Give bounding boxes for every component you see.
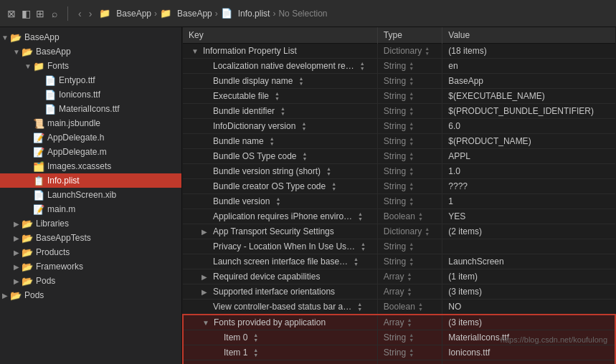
- table-row[interactable]: Supported interface orientationsArray▲▼(…: [183, 284, 615, 300]
- row-stepper[interactable]: ▲▼: [361, 241, 366, 252]
- table-row[interactable]: Localization native development re…▲▼Str…: [183, 59, 615, 74]
- type-stepper[interactable]: ▲▼: [418, 211, 423, 221]
- sidebar-item-s-appdelegate-h[interactable]: 📝AppDelegate.h: [0, 130, 181, 145]
- type-stepper[interactable]: ▲▼: [407, 317, 412, 327]
- type-stepper[interactable]: ▲▼: [409, 136, 414, 146]
- row-stepper[interactable]: ▲▼: [253, 348, 258, 358]
- table-row[interactable]: Privacy - Location When In Use Us…▲▼Stri…: [183, 239, 615, 254]
- tree-arrow[interactable]: [11, 48, 22, 56]
- sidebar-item-s-frameworks[interactable]: 📂Frameworks: [0, 259, 181, 274]
- sidebar-item-s-pods[interactable]: 📂Pods: [0, 274, 181, 288]
- tree-arrow[interactable]: [0, 34, 10, 42]
- tree-arrow[interactable]: [11, 277, 22, 285]
- tree-arrow[interactable]: [11, 263, 22, 271]
- table-row[interactable]: Launch screen interface file base…▲▼Stri…: [183, 254, 615, 269]
- table-row[interactable]: Bundle version▲▼String▲▼1: [183, 194, 615, 209]
- sidebar-item-s-baseapp2[interactable]: 📂BaseApp: [0, 44, 181, 59]
- row-expand-arrow[interactable]: [202, 319, 211, 327]
- tree-arrow[interactable]: [11, 249, 22, 257]
- type-stepper[interactable]: ▲▼: [418, 302, 423, 312]
- breadcrumb-baseapp1[interactable]: BaseApp: [116, 9, 151, 19]
- table-row[interactable]: Application requires iPhone enviro…▲▼Boo…: [183, 209, 615, 224]
- tree-arrow[interactable]: [23, 62, 33, 70]
- type-stepper[interactable]: ▲▼: [425, 46, 430, 56]
- row-stepper[interactable]: ▲▼: [253, 332, 258, 343]
- row-stepper[interactable]: ▲▼: [275, 91, 280, 101]
- table-row[interactable]: View controller-based status bar a…▲▼Boo…: [183, 300, 615, 315]
- window-close-icon[interactable]: ⊠: [6, 8, 17, 19]
- breadcrumb-infoplist[interactable]: Info.plist: [238, 9, 270, 19]
- sidebar-item-s-launchscreen[interactable]: 📄LaunchScreen.xib: [0, 188, 181, 202]
- type-stepper[interactable]: ▲▼: [409, 166, 414, 176]
- layout-icon[interactable]: ⊞: [34, 8, 46, 19]
- sidebar-item-s-fonts[interactable]: 📁Fonts: [0, 59, 181, 73]
- type-stepper[interactable]: ▲▼: [409, 257, 414, 267]
- sidebar-item-s-images[interactable]: 🗂️Images.xcassets: [0, 159, 181, 173]
- sidebar-item-s-pods2[interactable]: 📂Pods: [0, 288, 181, 302]
- type-stepper[interactable]: ▲▼: [409, 196, 414, 206]
- table-row[interactable]: Bundle creator OS Type code▲▼String▲▼???…: [183, 179, 615, 194]
- breadcrumb-item[interactable]: 📄 Info.plist: [221, 8, 270, 19]
- type-stepper[interactable]: ▲▼: [407, 272, 412, 282]
- type-stepper[interactable]: ▲▼: [409, 76, 414, 86]
- breadcrumb-item[interactable]: 📁 BaseApp: [160, 8, 212, 19]
- nav-forward-button[interactable]: ›: [86, 6, 95, 21]
- sidebar-item-s-baseapptests[interactable]: 📂BaseAppTests: [0, 231, 181, 245]
- sidebar-item-s-libraries[interactable]: 📂Libraries: [0, 216, 181, 231]
- row-stepper[interactable]: ▲▼: [275, 196, 280, 206]
- row-expand-arrow[interactable]: [191, 47, 200, 55]
- type-stepper[interactable]: ▲▼: [409, 121, 414, 131]
- project-icon[interactable]: ◧: [20, 8, 32, 19]
- row-stepper[interactable]: ▲▼: [298, 76, 303, 86]
- table-row[interactable]: Bundle OS Type code▲▼String▲▼APPL: [183, 149, 615, 164]
- row-expand-arrow[interactable]: [202, 273, 210, 281]
- table-row[interactable]: Item 2▲▼String▲▼Entypo.ttf: [183, 360, 615, 365]
- sidebar-item-s-main-jsbundle[interactable]: 📜main.jsbundle: [0, 116, 181, 130]
- type-stepper[interactable]: ▲▼: [409, 151, 414, 161]
- tree-arrow[interactable]: [11, 220, 22, 228]
- table-row[interactable]: Fonts provided by applicationArray▲▼(3 i…: [183, 315, 615, 330]
- row-stepper[interactable]: ▲▼: [301, 121, 306, 131]
- plist-table[interactable]: Key Type Value Information Property List…: [182, 27, 616, 364]
- table-row[interactable]: Bundle identifier▲▼String▲▼$(PRODUCT_BUN…: [183, 104, 615, 119]
- breadcrumb-baseapp2[interactable]: BaseApp: [177, 9, 212, 19]
- sidebar-item-s-baseapp[interactable]: 📂BaseApp: [0, 30, 181, 44]
- row-stepper[interactable]: ▲▼: [358, 211, 363, 221]
- row-stepper[interactable]: ▲▼: [326, 166, 331, 176]
- sidebar-item-s-infoplist[interactable]: 📋Info.plist: [0, 173, 181, 188]
- nav-back-button[interactable]: ‹: [75, 6, 85, 21]
- type-stepper[interactable]: ▲▼: [409, 332, 414, 343]
- table-row[interactable]: InfoDictionary version▲▼String▲▼6.0: [183, 119, 615, 134]
- row-stepper[interactable]: ▲▼: [360, 61, 365, 71]
- type-stepper[interactable]: ▲▼: [409, 241, 414, 252]
- row-stepper[interactable]: ▲▼: [354, 257, 359, 267]
- sidebar-item-s-materialicons[interactable]: 📄MaterialIcons.ttf: [0, 102, 181, 116]
- type-stepper[interactable]: ▲▼: [425, 226, 430, 236]
- type-stepper[interactable]: ▲▼: [409, 348, 414, 358]
- row-stepper[interactable]: ▲▼: [357, 302, 362, 312]
- row-stepper[interactable]: ▲▼: [331, 181, 336, 191]
- sidebar-item-s-entypo[interactable]: 📄Entypo.ttf: [0, 73, 181, 87]
- breadcrumb-item[interactable]: 📁 BaseApp: [99, 8, 151, 19]
- table-row[interactable]: Bundle version string (short)▲▼String▲▼1…: [183, 164, 615, 179]
- row-expand-arrow[interactable]: [202, 288, 210, 296]
- table-row[interactable]: Bundle name▲▼String▲▼$(PRODUCT_NAME): [183, 134, 615, 149]
- type-stepper[interactable]: ▲▼: [409, 61, 414, 71]
- row-stepper[interactable]: ▲▼: [280, 106, 285, 116]
- table-row[interactable]: Information Property ListDictionary▲▼(18…: [183, 44, 615, 59]
- sidebar-item-s-products[interactable]: 📂Products: [0, 245, 181, 259]
- sidebar-item-s-ionicons[interactable]: 📄Ionicons.ttf: [0, 87, 181, 102]
- table-row[interactable]: App Transport Security SettingsDictionar…: [183, 224, 615, 239]
- tree-arrow[interactable]: [11, 234, 22, 242]
- type-stepper[interactable]: ▲▼: [409, 181, 414, 191]
- sidebar-item-s-appdelegate-m[interactable]: 📝AppDelegate.m: [0, 145, 181, 159]
- type-stepper[interactable]: ▲▼: [409, 106, 414, 116]
- table-row[interactable]: Executable file▲▼String▲▼$(EXECUTABLE_NA…: [183, 89, 615, 104]
- search-icon[interactable]: ⌕: [49, 8, 60, 19]
- tree-arrow[interactable]: [0, 292, 10, 300]
- table-row[interactable]: Item 1▲▼String▲▼Ionicons.ttf: [183, 345, 615, 360]
- row-expand-arrow[interactable]: [202, 228, 210, 236]
- sidebar-item-s-main-m[interactable]: 📝main.m: [0, 202, 181, 216]
- type-stepper[interactable]: ▲▼: [407, 287, 412, 297]
- table-row[interactable]: Bundle display name▲▼String▲▼BaseApp: [183, 74, 615, 89]
